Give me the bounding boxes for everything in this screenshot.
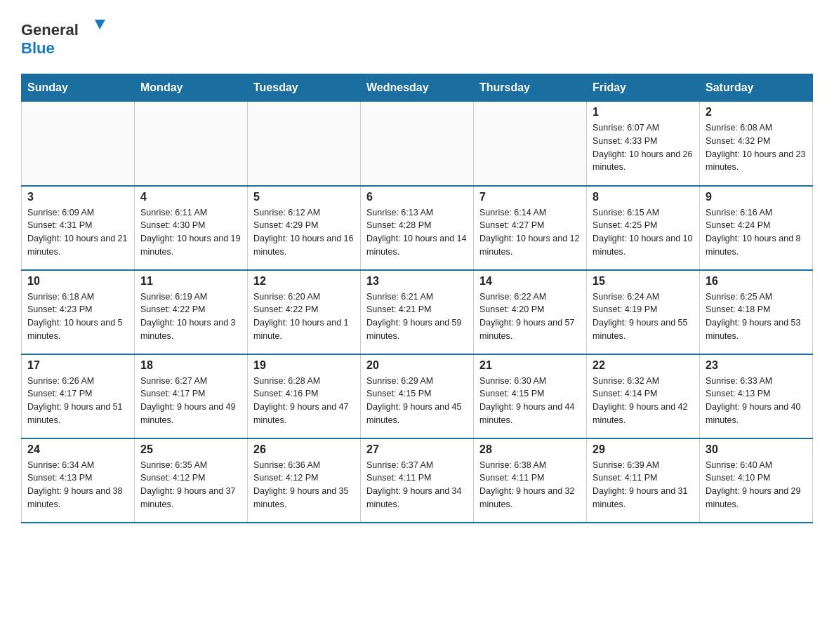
day-number: 7 xyxy=(479,191,581,203)
day-info: Sunrise: 6:12 AMSunset: 4:29 PMDaylight:… xyxy=(253,206,355,259)
day-number: 24 xyxy=(27,443,128,456)
day-info: Sunrise: 6:36 AMSunset: 4:12 PMDaylight:… xyxy=(253,459,355,511)
weekday-monday: Monday xyxy=(135,74,248,102)
day-number: 23 xyxy=(706,359,807,372)
day-number: 12 xyxy=(253,275,355,288)
calendar-week-4: 24Sunrise: 6:34 AMSunset: 4:13 PMDayligh… xyxy=(22,438,813,523)
day-number: 13 xyxy=(366,275,468,288)
day-info: Sunrise: 6:16 AMSunset: 4:24 PMDaylight:… xyxy=(706,206,807,259)
day-number: 8 xyxy=(593,191,694,203)
day-number: 25 xyxy=(140,443,241,456)
calendar-week-3: 17Sunrise: 6:26 AMSunset: 4:17 PMDayligh… xyxy=(22,354,813,438)
day-number: 20 xyxy=(366,359,468,372)
day-info: Sunrise: 6:22 AMSunset: 4:20 PMDaylight:… xyxy=(479,290,581,343)
calendar-cell: 9Sunrise: 6:16 AMSunset: 4:24 PMDaylight… xyxy=(700,186,813,270)
day-number: 9 xyxy=(706,191,807,203)
calendar-cell: 21Sunrise: 6:30 AMSunset: 4:15 PMDayligh… xyxy=(474,354,587,438)
calendar-cell: 5Sunrise: 6:12 AMSunset: 4:29 PMDaylight… xyxy=(248,186,361,270)
calendar-cell: 27Sunrise: 6:37 AMSunset: 4:11 PMDayligh… xyxy=(361,438,474,523)
calendar-cell xyxy=(361,102,474,186)
day-number: 15 xyxy=(593,275,694,288)
calendar-cell: 14Sunrise: 6:22 AMSunset: 4:20 PMDayligh… xyxy=(474,270,587,354)
calendar-cell: 13Sunrise: 6:21 AMSunset: 4:21 PMDayligh… xyxy=(361,270,474,354)
day-info: Sunrise: 6:18 AMSunset: 4:23 PMDaylight:… xyxy=(27,290,128,343)
calendar-header: SundayMondayTuesdayWednesdayThursdayFrid… xyxy=(22,74,813,102)
calendar-cell: 15Sunrise: 6:24 AMSunset: 4:19 PMDayligh… xyxy=(587,270,700,354)
day-number: 6 xyxy=(366,191,468,203)
day-number: 21 xyxy=(479,359,581,372)
calendar-cell: 19Sunrise: 6:28 AMSunset: 4:16 PMDayligh… xyxy=(248,354,361,438)
calendar-cell: 1Sunrise: 6:07 AMSunset: 4:33 PMDaylight… xyxy=(587,102,700,186)
day-info: Sunrise: 6:27 AMSunset: 4:17 PMDaylight:… xyxy=(140,375,241,427)
day-number: 10 xyxy=(27,275,128,288)
day-info: Sunrise: 6:35 AMSunset: 4:12 PMDaylight:… xyxy=(140,459,241,511)
day-number: 30 xyxy=(706,443,807,456)
day-info: Sunrise: 6:32 AMSunset: 4:14 PMDaylight:… xyxy=(593,375,694,427)
calendar-cell: 16Sunrise: 6:25 AMSunset: 4:18 PMDayligh… xyxy=(700,270,813,354)
logo-svg: General Blue xyxy=(21,14,119,60)
calendar-cell: 12Sunrise: 6:20 AMSunset: 4:22 PMDayligh… xyxy=(248,270,361,354)
calendar-cell: 10Sunrise: 6:18 AMSunset: 4:23 PMDayligh… xyxy=(22,270,135,354)
calendar-week-2: 10Sunrise: 6:18 AMSunset: 4:23 PMDayligh… xyxy=(22,270,813,354)
logo: General Blue xyxy=(21,14,119,60)
day-info: Sunrise: 6:24 AMSunset: 4:19 PMDaylight:… xyxy=(593,290,694,343)
day-info: Sunrise: 6:14 AMSunset: 4:27 PMDaylight:… xyxy=(479,206,581,259)
day-info: Sunrise: 6:29 AMSunset: 4:15 PMDaylight:… xyxy=(366,375,468,427)
day-number: 5 xyxy=(253,191,355,203)
weekday-wednesday: Wednesday xyxy=(361,74,474,102)
calendar-cell: 3Sunrise: 6:09 AMSunset: 4:31 PMDaylight… xyxy=(22,186,135,270)
day-info: Sunrise: 6:08 AMSunset: 4:32 PMDaylight:… xyxy=(706,121,807,174)
calendar-body: 1Sunrise: 6:07 AMSunset: 4:33 PMDaylight… xyxy=(22,102,813,523)
day-info: Sunrise: 6:34 AMSunset: 4:13 PMDaylight:… xyxy=(27,459,128,511)
calendar-cell: 20Sunrise: 6:29 AMSunset: 4:15 PMDayligh… xyxy=(361,354,474,438)
day-info: Sunrise: 6:30 AMSunset: 4:15 PMDaylight:… xyxy=(479,375,581,427)
day-number: 16 xyxy=(706,275,807,288)
day-info: Sunrise: 6:13 AMSunset: 4:28 PMDaylight:… xyxy=(366,206,468,259)
calendar-cell: 2Sunrise: 6:08 AMSunset: 4:32 PMDaylight… xyxy=(700,102,813,186)
calendar-cell: 28Sunrise: 6:38 AMSunset: 4:11 PMDayligh… xyxy=(474,438,587,523)
day-number: 11 xyxy=(140,275,241,288)
page-header: General Blue xyxy=(21,14,813,60)
day-info: Sunrise: 6:26 AMSunset: 4:17 PMDaylight:… xyxy=(27,375,128,427)
day-info: Sunrise: 6:39 AMSunset: 4:11 PMDaylight:… xyxy=(593,459,694,511)
day-info: Sunrise: 6:25 AMSunset: 4:18 PMDaylight:… xyxy=(706,290,807,343)
day-number: 22 xyxy=(593,359,694,372)
svg-text:General: General xyxy=(21,21,79,39)
calendar-week-0: 1Sunrise: 6:07 AMSunset: 4:33 PMDaylight… xyxy=(22,102,813,186)
calendar-cell: 7Sunrise: 6:14 AMSunset: 4:27 PMDaylight… xyxy=(474,186,587,270)
svg-text:Blue: Blue xyxy=(21,39,55,57)
day-number: 27 xyxy=(366,443,468,456)
day-info: Sunrise: 6:21 AMSunset: 4:21 PMDaylight:… xyxy=(366,290,468,343)
calendar-cell: 22Sunrise: 6:32 AMSunset: 4:14 PMDayligh… xyxy=(587,354,700,438)
day-info: Sunrise: 6:19 AMSunset: 4:22 PMDaylight:… xyxy=(140,290,241,343)
weekday-friday: Friday xyxy=(587,74,700,102)
calendar-cell: 17Sunrise: 6:26 AMSunset: 4:17 PMDayligh… xyxy=(22,354,135,438)
calendar-cell xyxy=(22,102,135,186)
day-info: Sunrise: 6:11 AMSunset: 4:30 PMDaylight:… xyxy=(140,206,241,259)
day-number: 18 xyxy=(140,359,241,372)
day-number: 1 xyxy=(593,106,694,119)
day-number: 4 xyxy=(140,191,241,203)
weekday-thursday: Thursday xyxy=(474,74,587,102)
weekday-header-row: SundayMondayTuesdayWednesdayThursdayFrid… xyxy=(22,74,813,102)
calendar-cell: 26Sunrise: 6:36 AMSunset: 4:12 PMDayligh… xyxy=(248,438,361,523)
weekday-tuesday: Tuesday xyxy=(248,74,361,102)
day-number: 3 xyxy=(27,191,128,203)
calendar-cell: 18Sunrise: 6:27 AMSunset: 4:17 PMDayligh… xyxy=(135,354,248,438)
day-info: Sunrise: 6:09 AMSunset: 4:31 PMDaylight:… xyxy=(27,206,128,259)
calendar-cell: 25Sunrise: 6:35 AMSunset: 4:12 PMDayligh… xyxy=(135,438,248,523)
day-number: 14 xyxy=(479,275,581,288)
calendar-cell: 23Sunrise: 6:33 AMSunset: 4:13 PMDayligh… xyxy=(700,354,813,438)
day-info: Sunrise: 6:07 AMSunset: 4:33 PMDaylight:… xyxy=(593,121,694,174)
calendar-week-1: 3Sunrise: 6:09 AMSunset: 4:31 PMDaylight… xyxy=(22,186,813,270)
calendar-cell: 4Sunrise: 6:11 AMSunset: 4:30 PMDaylight… xyxy=(135,186,248,270)
day-info: Sunrise: 6:20 AMSunset: 4:22 PMDaylight:… xyxy=(253,290,355,343)
weekday-saturday: Saturday xyxy=(700,74,813,102)
day-number: 28 xyxy=(479,443,581,456)
calendar-table: SundayMondayTuesdayWednesdayThursdayFrid… xyxy=(21,74,813,523)
calendar-cell xyxy=(474,102,587,186)
calendar-cell: 24Sunrise: 6:34 AMSunset: 4:13 PMDayligh… xyxy=(22,438,135,523)
calendar-cell xyxy=(135,102,248,186)
calendar-cell: 6Sunrise: 6:13 AMSunset: 4:28 PMDaylight… xyxy=(361,186,474,270)
day-number: 17 xyxy=(27,359,128,372)
